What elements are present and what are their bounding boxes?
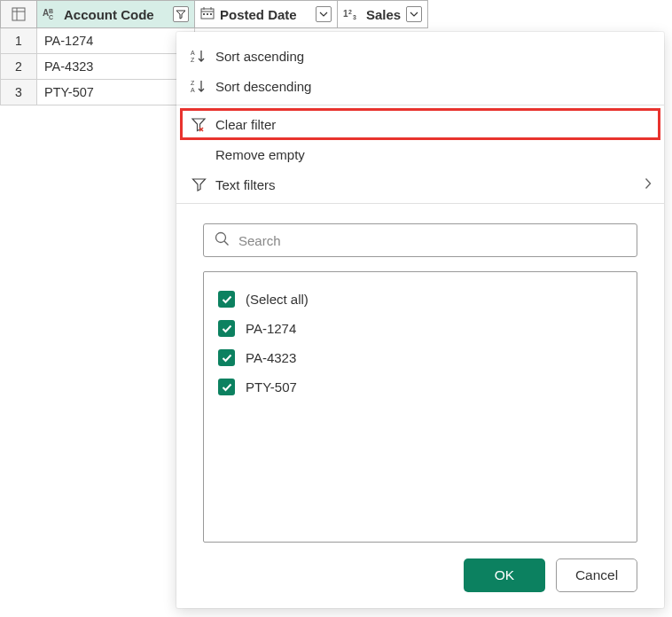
svg-point-20 <box>216 232 226 242</box>
column-header-account-code[interactable]: ABC Account Code <box>37 0 195 28</box>
row-number[interactable]: 2 <box>0 54 37 80</box>
svg-text:A: A <box>191 50 195 56</box>
svg-rect-11 <box>207 13 208 15</box>
clear-filter-icon <box>189 117 208 132</box>
svg-text:3: 3 <box>353 14 356 20</box>
filter-option[interactable]: PA-4323 <box>218 343 622 372</box>
column-header-sales[interactable]: 123 Sales <box>338 0 428 28</box>
menu-label: Sort ascending <box>215 49 304 64</box>
cell-account-code[interactable]: PTY-507 <box>37 80 195 105</box>
column-label: Sales <box>366 7 402 22</box>
column-header-posted-date[interactable]: Posted Date <box>195 0 338 28</box>
sort-desc-icon: ZA <box>189 79 208 93</box>
filter-icon <box>189 177 208 191</box>
svg-line-21 <box>224 241 229 246</box>
search-input[interactable] <box>238 233 626 248</box>
menu-label: Clear filter <box>215 117 276 132</box>
clear-filter-item[interactable]: Clear filter <box>181 109 660 139</box>
menu-label: Text filters <box>215 177 276 192</box>
filter-dropdown-icon[interactable] <box>173 6 189 22</box>
checkbox-checked-icon[interactable] <box>218 379 235 395</box>
svg-rect-0 <box>12 8 25 20</box>
filter-option-label: PA-4323 <box>246 350 296 365</box>
sort-ascending-item[interactable]: AZ Sort ascending <box>176 41 664 71</box>
sort-asc-icon: AZ <box>189 49 208 63</box>
checkbox-checked-icon[interactable] <box>218 349 235 366</box>
checkbox-checked-icon[interactable] <box>218 291 235 308</box>
menu-label: Sort descending <box>215 79 311 94</box>
filter-dropdown-menu: AZ Sort ascending ZA Sort descending Cle… <box>176 32 664 608</box>
remove-empty-item[interactable]: Remove empty <box>176 139 664 169</box>
svg-rect-12 <box>210 13 212 15</box>
column-label: Posted Date <box>220 7 312 22</box>
column-label: Account Code <box>64 7 169 22</box>
svg-text:A: A <box>191 87 195 93</box>
menu-separator <box>176 203 664 204</box>
row-number[interactable]: 3 <box>0 80 37 105</box>
cancel-button[interactable]: Cancel <box>556 558 637 592</box>
chevron-right-icon <box>645 177 652 192</box>
cell-account-code[interactable]: PA-4323 <box>37 54 195 80</box>
filter-option[interactable]: PTY-507 <box>218 372 622 402</box>
filter-option-select-all[interactable]: (Select all) <box>218 285 622 314</box>
date-type-icon <box>200 7 215 22</box>
filter-option[interactable]: PA-1274 <box>218 314 622 343</box>
menu-separator <box>176 105 664 105</box>
svg-text:B: B <box>49 8 53 14</box>
text-filters-item[interactable]: Text filters <box>176 169 664 199</box>
search-icon <box>215 231 230 250</box>
filter-body: (Select all) PA-1274 PA-4323 PTY-507 <box>176 207 664 543</box>
dropdown-icon[interactable] <box>316 6 332 22</box>
row-number[interactable]: 1 <box>0 28 37 54</box>
text-type-icon: ABC <box>43 6 59 22</box>
number-type-icon: 123 <box>343 7 361 22</box>
ok-button[interactable]: OK <box>464 558 545 592</box>
dropdown-icon[interactable] <box>406 6 422 22</box>
svg-text:Z: Z <box>191 80 195 86</box>
sort-descending-item[interactable]: ZA Sort descending <box>176 71 664 101</box>
svg-rect-10 <box>203 13 205 15</box>
filter-values-list: (Select all) PA-1274 PA-4323 PTY-507 <box>203 271 637 543</box>
filter-option-label: PTY-507 <box>246 379 297 394</box>
dialog-footer: OK Cancel <box>176 543 664 608</box>
svg-text:C: C <box>49 14 53 20</box>
table-corner[interactable] <box>0 0 37 28</box>
svg-text:Z: Z <box>191 57 195 63</box>
checkbox-checked-icon[interactable] <box>218 320 235 337</box>
filter-option-label: (Select all) <box>246 292 309 307</box>
search-box[interactable] <box>203 223 637 257</box>
menu-label: Remove empty <box>215 147 305 162</box>
filter-option-label: PA-1274 <box>246 321 296 336</box>
cell-account-code[interactable]: PA-1274 <box>37 28 195 54</box>
svg-text:2: 2 <box>348 9 352 15</box>
